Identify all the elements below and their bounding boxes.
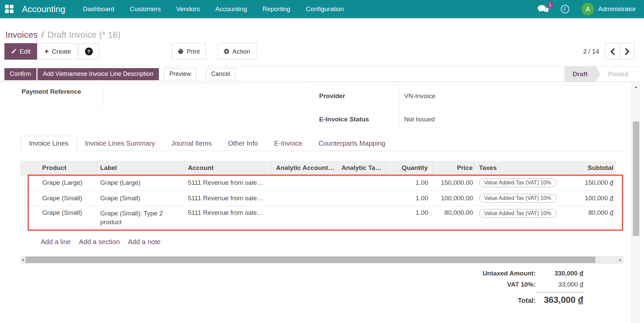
total-row: Total: 363,000 đ xyxy=(401,292,583,305)
vat-row: VAT 10%: 33,000 đ xyxy=(401,281,583,288)
add-a-line-link[interactable]: Add a line xyxy=(41,238,71,246)
col-taxes: Taxes xyxy=(474,161,570,175)
scroll-right-arrow-icon[interactable]: ► xyxy=(618,256,623,264)
edit-button-label: Edit xyxy=(20,48,31,55)
help-button[interactable]: ? xyxy=(79,43,99,60)
cell-product: Grape (Small) xyxy=(35,209,97,216)
menu-customers[interactable]: Customers xyxy=(130,5,161,13)
edit-button[interactable]: Edit xyxy=(4,43,37,60)
navbar-systray: 1 A Administrator xyxy=(537,3,636,16)
vat-value: 33,000 đ xyxy=(536,281,583,288)
table-row[interactable]: Grape (Small) Grape (Small): Type 2 prod… xyxy=(20,206,616,230)
untaxed-amount-row: Untaxed Amount: 330,000 đ xyxy=(401,270,583,277)
tab-counterparts-mapping[interactable]: Counterparts Mapping xyxy=(310,136,393,151)
menu-accounting[interactable]: Accounting xyxy=(215,5,247,13)
tab-invoice-lines-summary[interactable]: Invoice Lines Summary xyxy=(77,136,163,151)
breadcrumb-invoices-link[interactable]: Invoices xyxy=(5,30,37,40)
gear-icon xyxy=(224,49,229,54)
state-posted[interactable]: Posted xyxy=(600,66,630,82)
cell-account: 5111 Revenue from sale… xyxy=(184,209,272,216)
currency-symbol: đ xyxy=(610,179,613,186)
menu-dashboard[interactable]: Dashboard xyxy=(83,5,114,13)
col-quantity: Quantity xyxy=(385,161,433,175)
cell-price: 80,000.00 xyxy=(433,209,474,216)
vertical-scrollbar[interactable]: ▲ xyxy=(632,83,640,323)
horizontal-scrollbar-thumb[interactable] xyxy=(26,257,595,263)
cell-quantity: 1.00 xyxy=(385,209,433,216)
cell-taxes: Value Added Tax (VAT) 10% xyxy=(474,178,570,187)
table-row[interactable]: Grape (Large) Grape (Large) 5111 Revenue… xyxy=(20,175,616,190)
record-pager: 2 / 14 xyxy=(570,43,635,60)
left-group-top-border xyxy=(21,84,306,84)
confirm-button[interactable]: Confirm xyxy=(4,68,36,80)
cell-price: 100,000.00 xyxy=(433,195,474,202)
app-name[interactable]: Accounting xyxy=(22,4,65,14)
add-a-section-link[interactable]: Add a section xyxy=(79,238,120,246)
pager-value[interactable]: 2 / 14 xyxy=(570,48,599,55)
cell-product: Grape (Large) xyxy=(35,179,97,186)
cell-account: 5111 Revenue from sale… xyxy=(184,195,272,202)
control-panel-buttons: Edit + Create ? xyxy=(4,43,99,60)
user-menu[interactable]: A Administrator xyxy=(581,3,636,16)
odoo-accounting-screen: Accounting Dashboard Customers Vendors A… xyxy=(0,0,644,323)
list-add-links: Add a line Add a section Add a note xyxy=(41,238,161,246)
menu-vendors[interactable]: Vendors xyxy=(176,5,200,13)
vertical-scrollbar-thumb[interactable] xyxy=(633,121,639,236)
activities-button[interactable] xyxy=(560,4,570,14)
provider-label: Provider xyxy=(319,92,345,100)
action-button[interactable]: Action xyxy=(218,43,256,60)
state-draft[interactable]: Draft xyxy=(564,66,600,82)
messages-badge: 1 xyxy=(547,2,554,8)
printer-icon xyxy=(178,49,184,54)
messages-button[interactable]: 1 xyxy=(537,5,549,14)
cancel-button[interactable]: Cancel xyxy=(206,68,235,80)
breadcrumb-separator: / xyxy=(41,30,44,40)
cell-product: Grape (Small) xyxy=(35,195,97,202)
tab-journal-items[interactable]: Journal Items xyxy=(163,136,220,151)
col-account: Account xyxy=(184,161,272,175)
provider-value: VN-Invoice xyxy=(404,92,436,100)
horizontal-scrollbar[interactable]: ◄ ► xyxy=(21,256,623,264)
table-row[interactable]: Grape (Small) Grape (Small) 5111 Revenue… xyxy=(20,190,616,206)
col-price: Price xyxy=(433,161,474,175)
tab-invoice-lines[interactable]: Invoice Lines xyxy=(21,136,77,151)
state-widget: Draft Posted xyxy=(564,66,631,82)
pager-previous-button[interactable] xyxy=(605,43,620,59)
preview-button[interactable]: Preview xyxy=(164,68,196,80)
currency-symbol: đ xyxy=(610,195,613,202)
tab-e-invoice[interactable]: E-Invoice xyxy=(266,136,310,151)
col-analytic-account: Analytic Account… xyxy=(272,161,338,175)
currency-symbol: đ xyxy=(578,295,583,305)
total-label: Total: xyxy=(401,297,536,304)
pager-next-button[interactable] xyxy=(620,43,634,59)
menu-reporting[interactable]: Reporting xyxy=(262,5,290,13)
apps-grid-icon[interactable] xyxy=(5,5,14,13)
avatar: A xyxy=(581,3,594,16)
total-value: 363,000 đ xyxy=(536,292,583,305)
add-a-note-link[interactable]: Add a note xyxy=(128,238,161,246)
right-group-bottom-border xyxy=(319,127,623,128)
menu-configuration[interactable]: Configuration xyxy=(306,5,344,13)
pencil-icon xyxy=(11,49,17,54)
payment-reference-label: Payment Reference xyxy=(22,88,81,95)
clock-icon xyxy=(560,4,570,14)
add-vietnamese-description-button[interactable]: Add Vietnamese Invoice Line Description xyxy=(37,68,159,80)
left-group-divider xyxy=(103,84,104,107)
print-button[interactable]: Print xyxy=(172,43,206,60)
left-group-bottom-border xyxy=(21,107,306,107)
cell-label: Grape (Large) xyxy=(97,179,184,186)
create-button[interactable]: + Create xyxy=(38,43,78,60)
main-menu: Dashboard Customers Vendors Accounting R… xyxy=(83,5,344,13)
scroll-up-arrow-icon[interactable]: ▲ xyxy=(632,83,640,91)
tab-other-info[interactable]: Other Info xyxy=(220,136,266,151)
scroll-left-arrow-icon[interactable]: ◄ xyxy=(21,256,25,264)
untaxed-amount-label: Untaxed Amount: xyxy=(401,270,536,277)
col-subtotal: Subtotal xyxy=(570,161,616,175)
cell-taxes: Value Added Tax (VAT) 10% xyxy=(474,194,570,203)
chevron-right-icon xyxy=(625,48,629,55)
tax-badge: Value Added Tax (VAT) 10% xyxy=(479,178,556,187)
plus-icon: + xyxy=(45,48,49,55)
right-group-divider xyxy=(399,85,399,127)
invoice-lines-table: Product Label Account Analytic Account… … xyxy=(20,161,616,230)
vat-label: VAT 10%: xyxy=(401,281,536,288)
